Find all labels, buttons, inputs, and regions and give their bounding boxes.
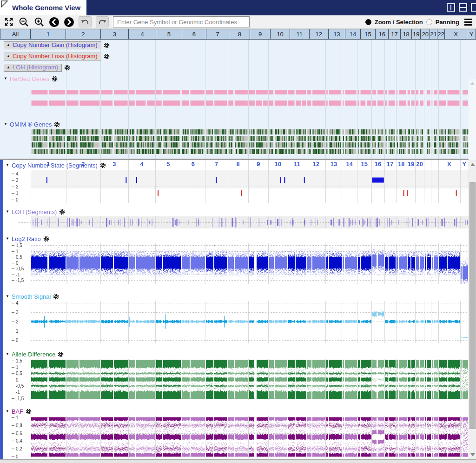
chrom-label: 6	[192, 161, 195, 168]
chrom-header-cell[interactable]: 17	[389, 29, 401, 39]
chrom-header-cell[interactable]: 4	[129, 29, 156, 39]
split-vertical-icon[interactable]	[447, 3, 455, 12]
collapsed-track-button[interactable]: ▲ Copy Number Loss (Histogram)	[4, 53, 101, 60]
scroll-down-button[interactable]	[470, 453, 475, 456]
tab-title: Whole Genome View	[12, 4, 80, 12]
bottom-panel-canvas[interactable]	[0, 160, 469, 459]
chrom-header-cell[interactable]: 2	[66, 29, 100, 39]
gear-icon[interactable]	[104, 54, 110, 60]
expand-triangle-icon[interactable]: ▼	[4, 122, 7, 126]
redo-button[interactable]	[96, 16, 109, 27]
gear-icon[interactable]	[53, 294, 59, 300]
chrom-header-cell[interactable]: 22	[437, 29, 445, 39]
gene-search-input[interactable]	[113, 16, 250, 27]
gear-icon[interactable]	[26, 409, 32, 415]
chrom-label: 11	[294, 161, 300, 168]
track-header-omim-genes: ▼ OMIM ® Genes	[4, 120, 60, 128]
chrom-header-cell[interactable]: 3	[101, 29, 129, 39]
chrom-header-cell[interactable]: All	[0, 29, 31, 39]
mode-controls: Zoom / Selection Panning	[365, 19, 476, 26]
horizontal-scrollbar-track[interactable]	[0, 459, 476, 463]
chrom-header-cell[interactable]: 5	[156, 29, 182, 39]
split-horizontal-icon[interactable]	[459, 3, 467, 12]
chrom-header-cell[interactable]: 16	[376, 29, 389, 39]
scroll-up-button[interactable]	[470, 82, 475, 85]
chrom-label: 19	[408, 161, 414, 168]
undo-arrow-icon	[80, 18, 90, 26]
chrom-label: 12	[313, 161, 319, 168]
collapse-triangle-icon: ▲	[7, 66, 10, 69]
forward-button[interactable]	[64, 17, 74, 27]
chrom-header-cell[interactable]: 6	[182, 29, 207, 39]
track-label: LOH (Histogram)	[13, 64, 58, 71]
track-label: Copy Number State (Segments)	[12, 162, 98, 169]
collapsed-track-button[interactable]: ▲ LOH (Histogram)	[4, 64, 62, 72]
gear-icon[interactable]	[59, 209, 65, 215]
expand-triangle-icon[interactable]: ▼	[6, 352, 9, 356]
chrom-header-cell[interactable]: 8	[229, 29, 250, 39]
gear-icon[interactable]	[52, 76, 58, 82]
track-label: Copy Number Loss (Histogram)	[13, 53, 98, 60]
back-button[interactable]	[49, 17, 60, 27]
chrom-label: 14	[346, 161, 353, 168]
chrom-header-cell[interactable]: 21	[430, 29, 437, 39]
chrom-header-cell[interactable]: 7	[206, 29, 229, 39]
track-header-allele-difference: ▼ Allele Difference	[6, 350, 64, 358]
chrom-header-cell[interactable]: 12	[310, 29, 329, 39]
fit-to-window-button[interactable]	[4, 17, 14, 27]
collapsed-track-button[interactable]: ▲ Copy Number Gain (Histogram)	[4, 41, 101, 49]
chrom-label: 10	[275, 161, 281, 168]
chrom-header-cell[interactable]: 13	[329, 29, 345, 39]
tab-corner-icon	[1, 0, 8, 8]
gear-icon[interactable]	[43, 236, 49, 242]
expand-triangle-icon[interactable]: ▼	[6, 295, 9, 298]
zoom-in-button[interactable]	[33, 16, 45, 27]
gear-icon[interactable]	[54, 121, 60, 127]
expand-triangle-icon[interactable]: ▼	[4, 77, 7, 81]
expand-triangle-icon[interactable]: ▼	[6, 409, 9, 413]
chrom-header-cell[interactable]: 1	[31, 29, 66, 39]
titlebar: Whole Genome View	[0, 0, 476, 15]
bottom-track-panel: 1234567891011121314151617181920XY ▼ Copy…	[0, 160, 476, 459]
track-label: RefSeq Genes	[10, 75, 49, 82]
chrom-header-cell[interactable]: X	[445, 29, 467, 39]
zoom-selection-label: Zoom / Selection	[375, 19, 423, 26]
track-label: Log2 Ratio	[12, 235, 41, 242]
top-track-panel: ▲ Copy Number Gain (Histogram) ▲ Copy Nu…	[0, 40, 476, 159]
menu-hamburger-button[interactable]	[464, 19, 472, 26]
gear-icon[interactable]	[104, 42, 110, 48]
tab-whole-genome-view[interactable]: Whole Genome View	[0, 0, 86, 15]
track-label: Smooth Signal	[12, 293, 51, 300]
chrom-header-cell[interactable]: 11	[290, 29, 310, 39]
bottom-panel-scrollbar[interactable]	[469, 160, 476, 459]
expand-triangle-icon[interactable]: ▼	[6, 210, 9, 214]
maximize-icon[interactable]	[471, 3, 476, 12]
chrom-header-cell[interactable]: 14	[345, 29, 361, 39]
chrom-label: 20	[416, 161, 423, 168]
magnifier-minus-icon	[18, 16, 29, 27]
gear-icon[interactable]	[64, 65, 70, 71]
chrom-header-cell[interactable]: 19	[412, 29, 421, 39]
chrom-header-cell[interactable]: 20	[421, 29, 430, 39]
expand-triangle-icon[interactable]: ▼	[6, 163, 9, 167]
redo-arrow-icon	[98, 18, 107, 26]
track-header-loh-histogram: ▲ LOH (Histogram)	[4, 63, 70, 72]
chrom-header-cell[interactable]: 18	[401, 29, 412, 39]
chrom-header-cell[interactable]: 9	[250, 29, 271, 39]
chrom-header-cell[interactable]: Y	[467, 29, 476, 39]
gear-icon[interactable]	[58, 351, 64, 357]
scroll-up-button[interactable]	[470, 163, 475, 166]
panning-radio[interactable]	[426, 19, 432, 25]
window-controls	[447, 3, 476, 12]
expand-triangle-icon[interactable]: ▼	[6, 237, 9, 241]
chrom-label: 7	[215, 161, 218, 168]
scroll-thumb[interactable]	[469, 182, 476, 429]
chrom-header-cell[interactable]: 15	[361, 29, 376, 39]
chrom-label: 5	[166, 161, 170, 168]
zoom-selection-radio[interactable]	[365, 19, 371, 25]
gear-icon[interactable]	[100, 162, 106, 168]
undo-button[interactable]	[79, 16, 92, 27]
chrom-header-cell[interactable]: 10	[271, 29, 290, 39]
zoom-out-button[interactable]	[18, 16, 29, 27]
chrom-label: 9	[257, 161, 260, 168]
